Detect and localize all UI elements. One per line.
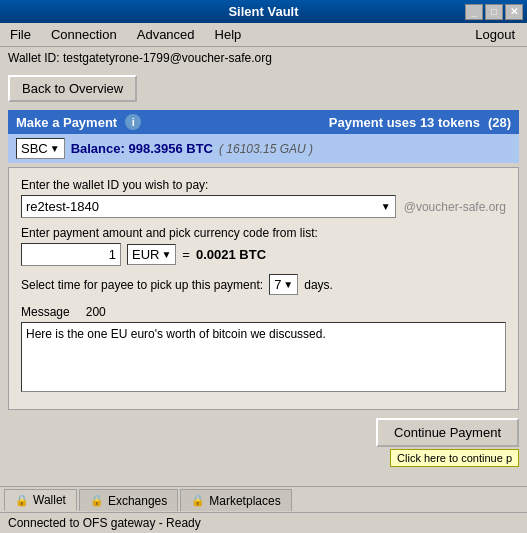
- wallet-tab-icon: 🔒: [15, 494, 29, 507]
- equals-sign: =: [182, 247, 190, 262]
- continue-payment-button[interactable]: Continue Payment: [376, 418, 519, 447]
- status-text: Connected to OFS gateway - Ready: [8, 516, 201, 530]
- close-button[interactable]: ✕: [505, 4, 523, 20]
- titlebar-controls: _ □ ✕: [465, 4, 523, 20]
- tab-marketplaces[interactable]: 🔒 Marketplaces: [180, 489, 291, 511]
- currency-dropdown-arrow: ▼: [50, 143, 60, 154]
- days-label: days.: [304, 278, 333, 292]
- currency-value: SBC: [21, 141, 48, 156]
- tabbar: 🔒 Wallet 🔒 Exchanges 🔒 Marketplaces: [0, 486, 527, 511]
- menubar: File Connection Advanced Help Logout: [0, 23, 527, 47]
- statusbar: Connected to OFS gateway - Ready: [0, 512, 527, 533]
- maximize-button[interactable]: □: [485, 4, 503, 20]
- currency-row: SBC ▼ Balance: 998.3956 BTC ( 16103.15 G…: [8, 134, 519, 163]
- wallet-id-bar: Wallet ID: testgatetyrone-1799@voucher-s…: [0, 47, 527, 69]
- currency-code-select[interactable]: EUR ▼: [127, 244, 176, 265]
- days-select[interactable]: 7 ▼: [269, 274, 298, 295]
- tokens-text: Payment uses 13 tokens: [329, 115, 480, 130]
- tab-wallet[interactable]: 🔒 Wallet: [4, 489, 77, 511]
- message-textarea[interactable]: Here is the one EU euro's worth of bitco…: [21, 322, 506, 392]
- tokens-count: (28): [488, 115, 511, 130]
- tooltip: Click here to continue p: [390, 449, 519, 467]
- wallet-dropdown-arrow[interactable]: ▼: [381, 201, 391, 212]
- marketplaces-tab-label: Marketplaces: [209, 494, 280, 508]
- balance-text: Balance: 998.3956 BTC: [71, 141, 213, 156]
- info-icon[interactable]: i: [125, 114, 141, 130]
- menu-help[interactable]: Help: [209, 25, 248, 44]
- currency-code-arrow: ▼: [161, 249, 171, 260]
- gau-text: ( 16103.15 GAU ): [219, 142, 313, 156]
- days-value: 7: [274, 277, 281, 292]
- message-area: Message 200 Here is the one EU euro's wo…: [21, 305, 506, 395]
- currency-code-value: EUR: [132, 247, 159, 262]
- main-content: Back to Overview Make a Payment i Paymen…: [0, 69, 527, 453]
- wallet-tab-label: Wallet: [33, 493, 66, 507]
- days-arrow: ▼: [283, 279, 293, 290]
- wallet-id-input[interactable]: [26, 199, 381, 214]
- currency-select[interactable]: SBC ▼: [16, 138, 65, 159]
- amount-row: EUR ▼ = 0.0021 BTC: [21, 243, 506, 266]
- wallet-suffix: @voucher-safe.org: [404, 200, 506, 214]
- menu-connection[interactable]: Connection: [45, 25, 123, 44]
- exchanges-tab-label: Exchanges: [108, 494, 167, 508]
- wallet-input-label: Enter the wallet ID you wish to pay:: [21, 178, 506, 192]
- wallet-id-label: Wallet ID: testgatetyrone-1799@voucher-s…: [8, 51, 272, 65]
- logout-button[interactable]: Logout: [467, 25, 523, 44]
- amount-input[interactable]: [21, 243, 121, 266]
- menu-file[interactable]: File: [4, 25, 37, 44]
- wallet-id-input-wrapper: ▼: [21, 195, 396, 218]
- time-row: Select time for payee to pick up this pa…: [21, 274, 506, 295]
- continue-button-area: Continue Payment Click here to continue …: [8, 418, 519, 447]
- tab-exchanges[interactable]: 🔒 Exchanges: [79, 489, 178, 511]
- exchanges-tab-icon: 🔒: [90, 494, 104, 507]
- btc-equiv: 0.0021 BTC: [196, 247, 266, 262]
- amount-input-label: Enter payment amount and pick currency c…: [21, 226, 506, 240]
- minimize-button[interactable]: _: [465, 4, 483, 20]
- wallet-input-row: ▼ @voucher-safe.org: [21, 195, 506, 218]
- time-label: Select time for payee to pick up this pa…: [21, 278, 263, 292]
- message-header: Message 200: [21, 305, 506, 319]
- form-area: Enter the wallet ID you wish to pay: ▼ @…: [8, 167, 519, 410]
- menu-advanced[interactable]: Advanced: [131, 25, 201, 44]
- titlebar: Silent Vault _ □ ✕: [0, 0, 527, 23]
- make-payment-title: Make a Payment: [16, 115, 117, 130]
- back-to-overview-button[interactable]: Back to Overview: [8, 75, 137, 102]
- message-count: 200: [86, 305, 106, 319]
- titlebar-title: Silent Vault: [228, 4, 298, 19]
- message-label: Message: [21, 305, 70, 319]
- payment-header: Make a Payment i Payment uses 13 tokens …: [8, 110, 519, 134]
- marketplaces-tab-icon: 🔒: [191, 494, 205, 507]
